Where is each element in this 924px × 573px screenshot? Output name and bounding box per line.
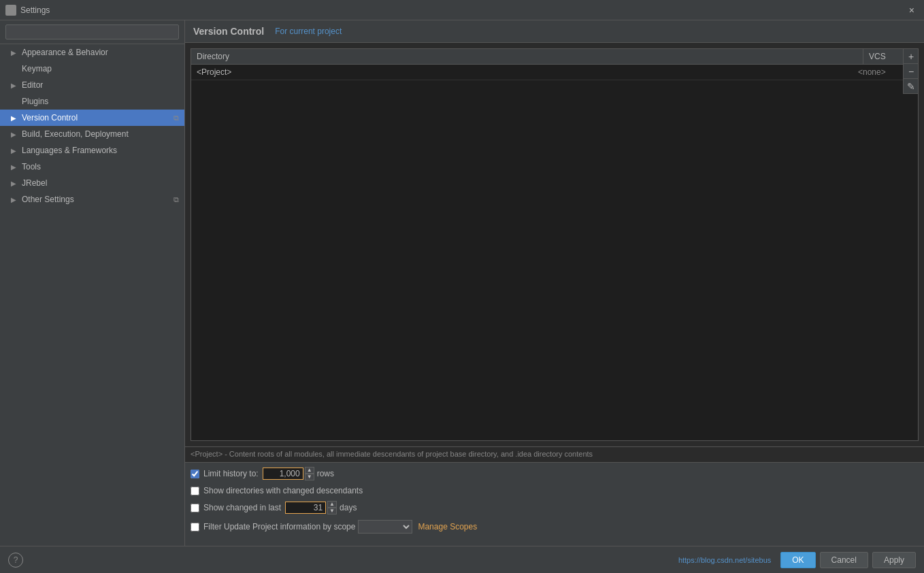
arrow-icon-appearance: ▶ <box>11 49 19 56</box>
footer-url: https://blog.csdn.net/sitebus <box>678 556 771 564</box>
sidebar-item-appearance[interactable]: ▶Appearance & Behavior <box>0 44 184 61</box>
sidebar-label-other-settings: Other Settings <box>22 195 174 204</box>
arrow-icon-editor: ▶ <box>11 82 19 89</box>
show-changed-row: Show changed in last ▲ ▼ days <box>191 501 919 514</box>
vcs-rows: <Project><none> <box>191 65 918 80</box>
filter-update-checkbox[interactable] <box>191 523 199 531</box>
sidebar-item-build-execution[interactable]: ▶Build, Execution, Deployment <box>0 126 184 142</box>
limit-history-label: Limit history to: <box>203 469 259 478</box>
show-dirs-checkbox[interactable] <box>191 487 199 495</box>
show-changed-checkbox[interactable] <box>191 504 199 512</box>
add-button[interactable]: + <box>904 49 919 64</box>
search-bar <box>0 20 184 44</box>
sidebar-item-languages[interactable]: ▶Languages & Frameworks <box>0 142 184 159</box>
copy-icon-other-settings: ⧉ <box>174 195 179 204</box>
titlebar: Settings × <box>0 0 924 20</box>
limit-history-spinner: ▲ ▼ <box>305 467 314 480</box>
show-changed-up[interactable]: ▲ <box>327 501 337 508</box>
limit-history-up[interactable]: ▲ <box>305 467 314 474</box>
content-area: Version Control For current project Dire… <box>185 20 924 546</box>
arrow-icon-jrebel: ▶ <box>11 180 19 187</box>
for-current-project-link[interactable]: For current project <box>275 27 342 36</box>
arrow-icon-build-execution: ▶ <box>11 131 19 138</box>
sidebar-label-version-control: Version Control <box>22 113 174 122</box>
col-directory-header: Directory <box>191 49 863 64</box>
show-changed-down[interactable]: ▼ <box>327 508 337 514</box>
sidebar-label-plugins: Plugins <box>22 97 179 106</box>
filter-update-row: Filter Update Project information by sco… <box>191 520 919 534</box>
apply-button[interactable]: Apply <box>872 552 916 568</box>
vcs-table-area: Directory VCS <Project><none> + − ✎ <box>191 48 919 441</box>
sidebar-label-editor: Editor <box>22 80 179 90</box>
content-title: Version Control <box>193 26 264 37</box>
scope-dropdown[interactable] <box>358 520 412 534</box>
sidebar-item-version-control[interactable]: ▶Version Control⧉ <box>0 110 184 126</box>
sidebar-label-appearance: Appearance & Behavior <box>22 48 179 57</box>
arrow-icon-languages: ▶ <box>11 147 19 154</box>
sidebar: ▶Appearance & BehaviorKeymap▶EditorPlugi… <box>0 20 185 546</box>
cancel-button[interactable]: Cancel <box>820 552 868 568</box>
row-directory: <Project> <box>197 67 858 77</box>
copy-icon-version-control: ⧉ <box>174 114 179 122</box>
sidebar-item-other-settings[interactable]: ▶Other Settings⧉ <box>0 191 184 208</box>
arrow-icon-other-settings: ▶ <box>11 196 19 203</box>
sidebar-item-keymap[interactable]: Keymap <box>0 61 184 77</box>
vcs-table-header: Directory VCS <box>191 49 918 65</box>
footer-right: https://blog.csdn.net/sitebus OK Cancel … <box>678 552 916 568</box>
footer: ? https://blog.csdn.net/sitebus OK Cance… <box>0 546 924 573</box>
remove-button[interactable]: − <box>904 64 919 79</box>
limit-history-suffix: rows <box>317 469 334 478</box>
limit-history-down[interactable]: ▼ <box>305 474 314 480</box>
options-area: Limit history to: ▲ ▼ rows Show director… <box>185 462 924 546</box>
footnote: <Project> - Content roots of all modules… <box>185 446 924 462</box>
show-dirs-label: Show directories with changed descendant… <box>203 486 363 495</box>
sidebar-label-languages: Languages & Frameworks <box>22 146 179 155</box>
ok-button[interactable]: OK <box>780 552 815 568</box>
show-changed-spinner: ▲ ▼ <box>327 501 337 514</box>
sidebar-item-editor[interactable]: ▶Editor <box>0 77 184 93</box>
arrow-icon-tools: ▶ <box>11 163 19 171</box>
sidebar-item-tools[interactable]: ▶Tools <box>0 159 184 175</box>
content-header: Version Control For current project <box>185 20 924 43</box>
show-changed-label: Show changed in last <box>203 503 281 512</box>
vcs-toolbar: + − ✎ <box>903 49 918 94</box>
limit-history-input[interactable] <box>263 468 303 480</box>
filter-update-label: Filter Update Project information by sco… <box>203 522 355 531</box>
sidebar-item-plugins[interactable]: Plugins <box>0 93 184 110</box>
arrow-icon-version-control: ▶ <box>11 114 19 122</box>
sidebar-label-tools: Tools <box>22 162 179 171</box>
table-row[interactable]: <Project><none> <box>191 65 918 80</box>
window-title: Settings <box>20 5 905 15</box>
sidebar-item-jrebel[interactable]: ▶JRebel <box>0 175 184 191</box>
footer-left: ? <box>8 553 23 568</box>
search-input[interactable] <box>5 24 179 39</box>
app-icon <box>5 5 16 16</box>
show-changed-suffix: days <box>340 503 357 512</box>
close-button[interactable]: × <box>905 3 919 17</box>
main-layout: ▶Appearance & BehaviorKeymap▶EditorPlugi… <box>0 20 924 546</box>
limit-history-checkbox[interactable] <box>191 470 199 478</box>
sidebar-items: ▶Appearance & BehaviorKeymap▶EditorPlugi… <box>0 44 184 208</box>
edit-button[interactable]: ✎ <box>904 79 919 94</box>
show-dirs-row: Show directories with changed descendant… <box>191 486 919 495</box>
help-button[interactable]: ? <box>8 553 23 568</box>
manage-scopes-link[interactable]: Manage Scopes <box>418 522 477 531</box>
show-changed-input[interactable] <box>285 502 326 514</box>
limit-history-row: Limit history to: ▲ ▼ rows <box>191 467 919 480</box>
sidebar-label-jrebel: JRebel <box>22 178 179 188</box>
sidebar-label-build-execution: Build, Execution, Deployment <box>22 129 179 139</box>
sidebar-label-keymap: Keymap <box>22 64 179 73</box>
